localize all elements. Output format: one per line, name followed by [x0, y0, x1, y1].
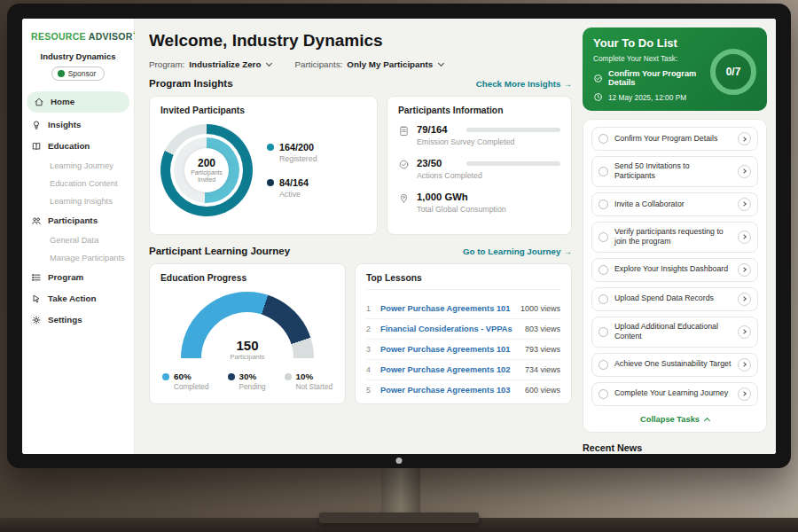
- task-send-invitations[interactable]: Send 50 Invitations to Participants: [591, 156, 758, 187]
- go-to-learning-journey-link[interactable]: Go to Learning Journey →: [463, 246, 572, 256]
- sidebar-item-insights[interactable]: Insights: [22, 114, 134, 136]
- gear-icon: [31, 315, 42, 325]
- card-title: Education Progress: [160, 273, 334, 283]
- task-label: Achieve One Sustainability Target: [614, 359, 732, 369]
- info-value: 23/50: [417, 158, 442, 168]
- task-checkbox[interactable]: [598, 232, 608, 242]
- sidebar-item-participants[interactable]: Participants: [22, 210, 134, 231]
- program-value: Industrialize Zero: [189, 59, 261, 69]
- program-dropdown[interactable]: Program: Industrialize Zero: [149, 59, 271, 69]
- legend-value: 30%: [239, 372, 266, 381]
- collapse-label: Collapse Tasks: [640, 415, 700, 424]
- legend-value: 60%: [174, 372, 209, 381]
- task-label: Complete Your Learning Journey: [614, 388, 732, 398]
- sponsor-badge-label: Sponsor: [68, 69, 97, 78]
- sidebar-item-learning-journey[interactable]: Learning Journey: [22, 157, 134, 175]
- sidebar-item-manage-participants[interactable]: Manage Participants: [22, 249, 134, 267]
- legend-label: Not Started: [296, 383, 332, 391]
- task-label: Upload Spend Data Records: [614, 293, 732, 303]
- task-open-button[interactable]: [738, 165, 751, 178]
- card-title: Invited Participants: [160, 106, 366, 115]
- sidebar-item-settings[interactable]: Settings: [22, 309, 134, 331]
- task-label: Upload Additional Educational Content: [614, 322, 732, 342]
- lesson-views: 803 views: [525, 325, 560, 333]
- task-explore-insights[interactable]: Explore Your Insights Dashboard: [591, 258, 758, 282]
- task-open-button[interactable]: [738, 293, 751, 306]
- task-checkbox[interactable]: [598, 294, 608, 304]
- lesson-row: 4 Power Purchase Agreements 102 734 view…: [366, 360, 560, 380]
- lesson-link[interactable]: Power Purchase Agreements 103: [380, 386, 518, 395]
- dashboard-screen: RESOURCE ADVISOR+ Industry Dynamics Spon…: [22, 19, 776, 454]
- monitor-stand-neck: [381, 468, 420, 516]
- sidebar-item-learning-insights[interactable]: Learning Insights: [22, 192, 134, 210]
- task-verify-participants[interactable]: Verify participants requesting to join t…: [591, 222, 758, 253]
- legend-item-completed: 60% Completed: [162, 372, 209, 391]
- sidebar-item-general-data[interactable]: General Data: [22, 231, 134, 249]
- task-upload-spend-data[interactable]: Upload Spend Data Records: [591, 287, 758, 311]
- task-invite-collaborator[interactable]: Invite a Collaborator: [591, 192, 758, 216]
- task-upload-educational-content[interactable]: Upload Additional Educational Content: [591, 317, 758, 348]
- task-open-button[interactable]: [738, 231, 751, 244]
- legend-label: Completed: [174, 383, 209, 391]
- todo-progress-ring: 0/7: [710, 49, 756, 95]
- info-value: 79/164: [417, 124, 448, 135]
- todo-progress-value: 0/7: [726, 66, 741, 78]
- sidebar-item-home[interactable]: Home: [27, 91, 129, 113]
- task-open-button[interactable]: [738, 387, 751, 401]
- check-circle-icon: [398, 159, 410, 170]
- task-checkbox[interactable]: [598, 167, 608, 176]
- task-achieve-sustainability-target[interactable]: Achieve One Sustainability Target: [591, 353, 758, 377]
- task-open-button[interactable]: [738, 198, 751, 211]
- info-row-actions: 23/50 Actions Completed: [398, 158, 560, 180]
- sidebar-item-education-content[interactable]: Education Content: [22, 175, 134, 192]
- donut-center-label: Participants Invited: [188, 169, 225, 184]
- task-confirm-program-details[interactable]: Confirm Your Program Details: [591, 127, 758, 151]
- task-checkbox[interactable]: [598, 327, 608, 337]
- invited-donut-chart: 200 Participants Invited 164/200: [160, 124, 366, 216]
- task-open-button[interactable]: [738, 263, 751, 277]
- legend-value: 84/164: [279, 177, 309, 188]
- task-complete-learning-journey[interactable]: Complete Your Learning Journey: [591, 382, 758, 406]
- sidebar-nav: Home Insights Education Learning Journey: [22, 91, 134, 331]
- lesson-link[interactable]: Power Purchase Agreements 102: [380, 365, 518, 374]
- check-circle-icon: [593, 74, 603, 83]
- sidebar-item-education[interactable]: Education: [22, 136, 134, 157]
- progress-bar: [466, 128, 560, 132]
- info-row-consumption: 1,000 GWh Total Global Consumption: [398, 192, 560, 214]
- lesson-link[interactable]: Financial Considerations - VPPAs: [380, 325, 518, 333]
- task-checkbox[interactable]: [598, 200, 608, 209]
- lesson-rank: 5: [366, 386, 373, 395]
- clock-icon: [593, 92, 603, 102]
- check-more-insights-link[interactable]: Check More Insights →: [476, 79, 572, 89]
- sidebar-item-label: Participants: [48, 215, 98, 225]
- sidebar-item-label: Insights: [48, 120, 82, 129]
- legend-dot: [228, 373, 235, 380]
- lesson-link[interactable]: Power Purchase Agreements 101: [380, 304, 513, 313]
- sponsor-badge: Sponsor: [51, 66, 106, 81]
- task-open-button[interactable]: [738, 132, 751, 145]
- link-label: Check More Insights: [476, 79, 561, 89]
- location-pin-icon: [398, 192, 410, 204]
- todo-list-card: Confirm Your Program Details Send 50 Inv…: [583, 119, 767, 433]
- sidebar-item-program[interactable]: Program: [22, 267, 134, 288]
- task-checkbox[interactable]: [598, 134, 608, 144]
- lesson-link[interactable]: Power Purchase Agreements 101: [380, 345, 518, 354]
- sidebar-item-label: Take Action: [48, 293, 96, 303]
- task-checkbox[interactable]: [598, 389, 608, 399]
- lightbulb-icon: [31, 120, 42, 130]
- info-label: Total Global Consumption: [417, 205, 560, 214]
- todo-next-task-label: Confirm Your Program Details: [608, 69, 714, 87]
- chevron-right-icon: [741, 202, 747, 207]
- info-body: 1,000 GWh Total Global Consumption: [417, 192, 560, 214]
- people-icon: [31, 215, 42, 226]
- collapse-tasks-button[interactable]: Collapse Tasks: [591, 411, 758, 430]
- participants-dropdown[interactable]: Participants: Only My Participants: [294, 59, 443, 69]
- sidebar-item-take-action[interactable]: Take Action: [22, 288, 134, 309]
- task-checkbox[interactable]: [598, 265, 608, 275]
- task-checkbox[interactable]: [598, 360, 608, 370]
- sponsor-badge-icon: [58, 70, 65, 77]
- lesson-row: 3 Power Purchase Agreements 101 793 view…: [366, 340, 560, 360]
- sidebar-item-label: Learning Insights: [50, 197, 113, 206]
- task-open-button[interactable]: [738, 325, 751, 339]
- task-open-button[interactable]: [738, 358, 751, 372]
